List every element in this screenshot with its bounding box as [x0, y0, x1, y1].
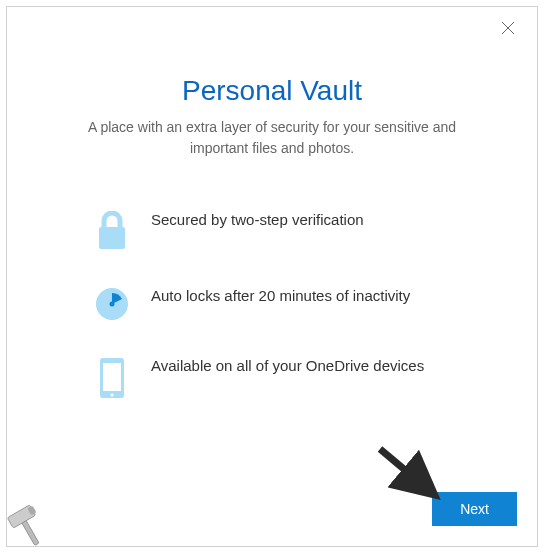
- svg-rect-6: [103, 363, 121, 391]
- close-icon: [501, 21, 515, 35]
- svg-rect-2: [99, 227, 125, 249]
- dialog-content: Personal Vault A place with an extra lay…: [7, 7, 537, 492]
- next-button[interactable]: Next: [432, 492, 517, 526]
- clock-icon: [87, 287, 137, 321]
- feature-text: Auto locks after 20 minutes of inactivit…: [137, 285, 470, 308]
- feature-text: Available on all of your OneDrive device…: [137, 355, 484, 378]
- lock-icon: [87, 211, 137, 251]
- dialog-title: Personal Vault: [51, 75, 493, 107]
- dialog-subtitle: A place with an extra layer of security …: [72, 117, 472, 159]
- feature-item: Auto locks after 20 minutes of inactivit…: [87, 285, 493, 321]
- feature-item: Available on all of your OneDrive device…: [87, 355, 493, 399]
- personal-vault-dialog: Personal Vault A place with an extra lay…: [6, 6, 538, 547]
- svg-point-7: [110, 393, 113, 396]
- phone-icon: [87, 357, 137, 399]
- close-button[interactable]: [501, 21, 519, 39]
- dialog-footer: Next: [7, 492, 537, 546]
- svg-point-4: [110, 302, 115, 307]
- feature-list: Secured by two-step verification Auto lo…: [51, 209, 493, 399]
- feature-item: Secured by two-step verification: [87, 209, 493, 251]
- feature-text: Secured by two-step verification: [137, 209, 424, 232]
